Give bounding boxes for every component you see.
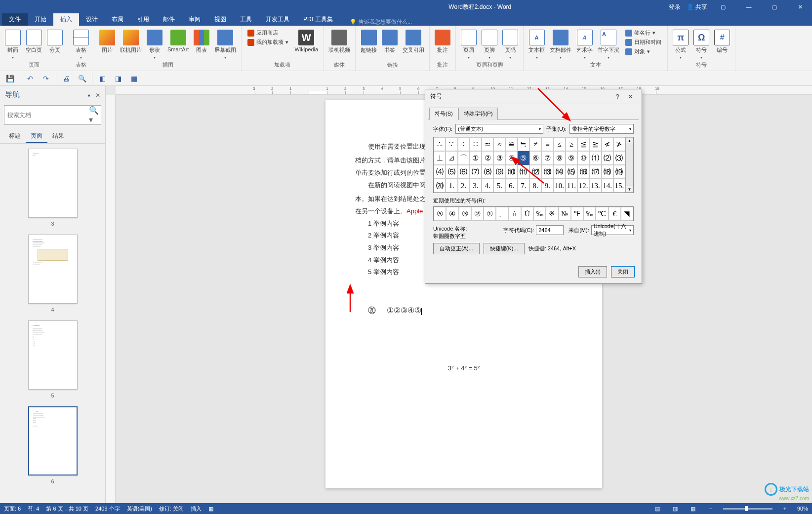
recent-symbol-cell[interactable]: ◥ [621,207,633,221]
status-track-changes[interactable]: 修订: 关闭 [159,505,184,513]
qat-extra1[interactable]: ◧ [96,73,108,84]
symbol-cell[interactable]: ∶ [458,137,470,151]
symbol-cell[interactable]: ④ [506,151,518,165]
page-number-button[interactable]: 页码 [500,29,520,61]
nav-menu-icon[interactable]: ▼ [87,93,91,98]
symbol-cell[interactable]: ⑥ [529,151,541,165]
tab-home[interactable]: 开始 [28,13,53,26]
symbol-cell[interactable]: ⊿ [446,151,457,165]
cross-reference-button[interactable]: 交叉引用 [401,29,426,55]
status-macro-icon[interactable]: ▦ [208,506,213,512]
save-button[interactable]: 💾 [4,73,16,84]
shapes-button[interactable]: 形状 [145,29,164,61]
symbol-cell[interactable]: ≃ [482,137,493,151]
symbol-cell[interactable]: ⑻ [482,165,493,179]
symbol-cell[interactable]: ⒀ [541,165,553,179]
recent-symbol-cell[interactable]: ℉ [571,207,583,221]
symbol-cell[interactable]: ② [482,151,493,165]
nav-tab-results[interactable]: 结果 [47,130,69,143]
bookmark-button[interactable]: 书签 [380,29,400,55]
print-layout-icon[interactable]: ▥ [670,504,681,513]
symbol-cell[interactable]: ≧ [589,137,601,151]
zoom-level[interactable]: 90% [797,506,808,512]
tab-symbols[interactable]: 符号(S) [429,108,458,120]
undo-button[interactable]: ↶ [24,73,36,84]
tab-review[interactable]: 审阅 [182,13,207,26]
table-button[interactable]: 表格 [71,29,91,61]
textbox-button[interactable]: A文本框 [527,29,547,61]
date-time-button[interactable]: 日期和时间 [622,38,664,46]
number-button[interactable]: #编号 [712,29,732,55]
symbol-cell[interactable]: 13. [589,179,601,193]
qat-extra3[interactable]: ▦ [128,73,140,84]
symbol-button[interactable]: 符号 [691,29,711,61]
char-code-input[interactable] [536,225,564,235]
symbol-cell[interactable]: ≒ [518,137,529,151]
close-window-icon[interactable]: ✕ [790,0,810,14]
search-input[interactable] [4,106,89,124]
recent-symbol-cell[interactable]: ℃ [596,207,608,221]
smartart-button[interactable]: SmartArt [165,29,191,53]
nav-tab-headings[interactable]: 标题 [4,130,26,143]
pictures-button[interactable]: 图片 [97,29,117,55]
wordart-button[interactable]: A艺术字 [574,29,595,61]
insert-button[interactable]: 插入(I) [578,266,607,277]
tab-mailings[interactable]: 邮件 [156,13,182,26]
zoom-out-icon[interactable]: − [705,504,716,513]
symbol-cell[interactable]: ≈ [493,137,505,151]
symbol-cell[interactable]: ⊥ [434,151,446,165]
symbol-cell[interactable]: 15. [613,179,625,193]
screenshot-button[interactable]: 屏幕截图 [212,29,238,61]
tab-tools[interactable]: 工具 [233,13,259,26]
recent-symbol-cell[interactable]: 、 [496,207,508,221]
recent-symbol-cell[interactable]: ③ [459,207,471,221]
symbol-cell[interactable]: ⑦ [541,151,553,165]
comment-button[interactable]: 批注 [433,29,452,55]
online-video-button[interactable]: 联机视频 [326,29,352,55]
symbol-cell[interactable]: ⑤ [518,151,529,165]
recent-symbol-cell[interactable]: Ù [521,207,533,221]
recent-symbol-cell[interactable]: ‰ [533,207,546,221]
symbol-cell[interactable]: ⑺ [470,165,482,179]
symbol-cell[interactable]: ∴ [434,137,446,151]
page-thumbnail-active[interactable]: ━━━━━━━━━━━━━━━━━━━━━━━━━━━━━━━━━━━━━━━━… [28,406,78,475]
ribbon-display-icon[interactable]: ▢ [713,0,733,14]
page-thumbnail[interactable]: ━━━━━━━━━ [28,149,78,218]
symbol-cell[interactable]: ⌒ [458,151,470,165]
recent-symbol-cell[interactable]: № [559,207,571,221]
recent-symbol-cell[interactable]: ④ [446,207,458,221]
symbol-cell[interactable]: 10. [554,179,566,193]
symbol-cell[interactable]: ⑾ [518,165,529,179]
quick-parts-button[interactable]: 文档部件 [548,29,573,61]
symbol-cell[interactable]: ⑽ [506,165,518,179]
print-preview-button[interactable]: 🔍 [76,73,88,84]
symbol-cell[interactable]: ⑼ [493,165,505,179]
symbol-cell[interactable]: ⑿ [529,165,541,179]
symbol-cell[interactable]: 8. [529,179,541,193]
status-word-count[interactable]: 2409 个字 [95,505,120,513]
symbol-cell[interactable]: ③ [493,151,505,165]
tab-special-chars[interactable]: 特殊字符(P) [458,108,498,120]
status-language[interactable]: 英语(美国) [127,505,152,513]
close-icon[interactable]: ✕ [624,90,637,103]
vertical-ruler[interactable] [106,95,116,503]
recent-symbol-cell[interactable]: € [609,207,621,221]
equation-button[interactable]: 公式 [671,29,690,61]
redo-button[interactable]: ↷ [40,73,52,84]
font-select[interactable]: (普通文本)▾ [455,124,543,134]
symbol-cell[interactable]: 14. [602,179,613,193]
symbol-cell[interactable]: 12. [577,179,589,193]
page-thumbnail[interactable]: ━━━━━━━━━━━━━━━━━━━━━━━━━━━━━━━━━━━━━━━━… [28,235,78,304]
symbol-cell[interactable]: 7. [518,179,529,193]
symbol-cell[interactable]: 6. [506,179,518,193]
web-layout-icon[interactable]: ▦ [688,504,698,513]
symbol-cell[interactable]: ≌ [506,137,518,151]
symbol-cell[interactable]: ⑶ [613,151,625,165]
symbol-cell[interactable]: ≦ [577,137,589,151]
hyperlink-button[interactable]: 超链接 [359,29,379,55]
recent-symbol-cell[interactable]: ⑤ [434,207,446,221]
subset-select[interactable]: 带括号的字母数字▾ [569,124,634,134]
symbol-cell[interactable]: ⑵ [602,151,613,165]
symbol-cell[interactable]: ⒁ [554,165,566,179]
blank-page-button[interactable]: 空白页 [24,29,44,55]
